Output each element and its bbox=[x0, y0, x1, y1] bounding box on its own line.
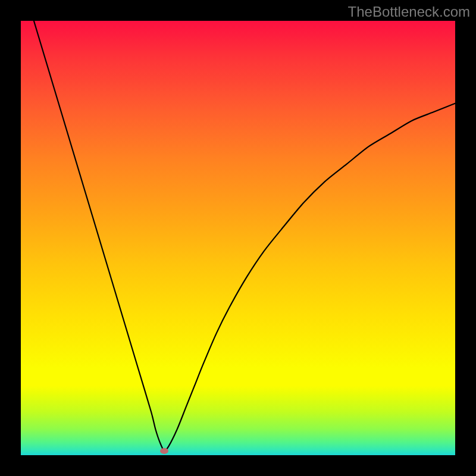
watermark-label: TheBottleneck.com bbox=[348, 4, 470, 20]
chart-stage: TheBottleneck.com bbox=[0, 0, 476, 476]
optimal-point-marker bbox=[160, 448, 168, 454]
plot-area bbox=[21, 21, 455, 455]
bottleneck-curve bbox=[34, 21, 455, 451]
curve-svg bbox=[21, 21, 455, 455]
